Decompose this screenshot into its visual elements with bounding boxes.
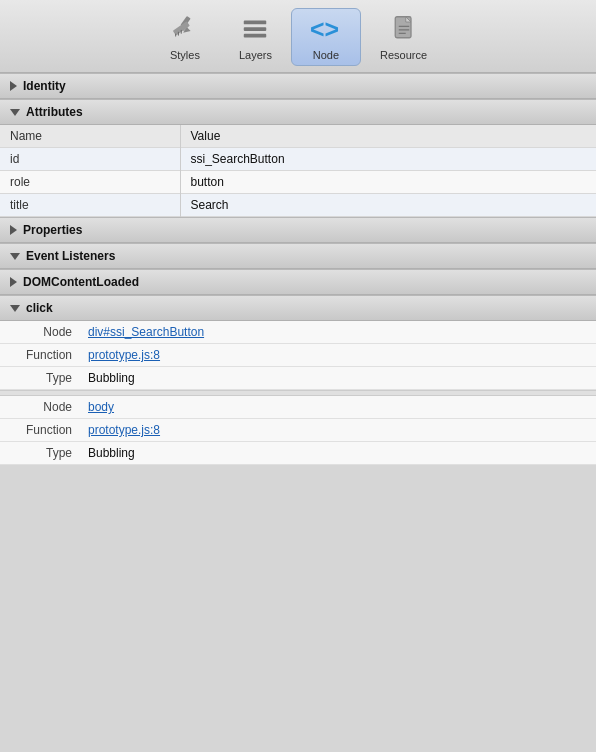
- svg-text:<>: <>: [310, 15, 339, 43]
- event-row-function-2: Function prototype.js:8: [0, 419, 596, 442]
- identity-label: Identity: [23, 79, 66, 93]
- node-icon: <>: [310, 13, 342, 45]
- attributes-table: Name Value id ssi_SearchButton role butt…: [0, 125, 596, 217]
- tab-styles-label: Styles: [170, 49, 200, 61]
- event-listeners-triangle: [10, 253, 20, 260]
- toolbar: Styles Layers <> Node: [0, 0, 596, 73]
- svg-rect-7: [244, 21, 267, 25]
- attributes-triangle: [10, 109, 20, 116]
- event-listeners-label: Event Listeners: [26, 249, 115, 263]
- node-2-link[interactable]: body: [88, 400, 114, 414]
- identity-triangle: [10, 81, 17, 91]
- event-row-node-1: Node div#ssi_SearchButton: [0, 321, 596, 344]
- attr-name-title: title: [0, 194, 180, 217]
- panel: Identity Attributes Name Value id ssi_Se…: [0, 73, 596, 465]
- event-label-function-2: Function: [0, 419, 80, 441]
- section-attributes[interactable]: Attributes: [0, 99, 596, 125]
- function-1-link[interactable]: prototype.js:8: [88, 348, 160, 362]
- col-value-header: Value: [180, 125, 596, 148]
- event-label-function-1: Function: [0, 344, 80, 366]
- attr-value-role: button: [180, 171, 596, 194]
- tab-layers[interactable]: Layers: [220, 8, 291, 66]
- attr-value-title: Search: [180, 194, 596, 217]
- attributes-label: Attributes: [26, 105, 83, 119]
- event-row-type-2: Type Bubbling: [0, 442, 596, 465]
- table-row: role button: [0, 171, 596, 194]
- resource-icon: [388, 13, 420, 45]
- svg-rect-8: [244, 27, 267, 31]
- styles-icon: [169, 13, 201, 45]
- tab-node[interactable]: <> Node: [291, 8, 361, 66]
- event-value-node-1: div#ssi_SearchButton: [80, 321, 596, 343]
- click-triangle: [10, 305, 20, 312]
- domcontentloaded-triangle: [10, 277, 17, 287]
- tab-layers-label: Layers: [239, 49, 272, 61]
- event-value-function-2: prototype.js:8: [80, 419, 596, 441]
- svg-rect-9: [244, 34, 267, 38]
- event-label-type-1: Type: [0, 367, 80, 389]
- properties-label: Properties: [23, 223, 82, 237]
- layers-icon: [239, 13, 271, 45]
- col-name-header: Name: [0, 125, 180, 148]
- event-label-node-1: Node: [0, 321, 80, 343]
- attr-value-id: ssi_SearchButton: [180, 148, 596, 171]
- table-row: id ssi_SearchButton: [0, 148, 596, 171]
- event-row-function-1: Function prototype.js:8: [0, 344, 596, 367]
- function-2-link[interactable]: prototype.js:8: [88, 423, 160, 437]
- section-event-listeners[interactable]: Event Listeners: [0, 243, 596, 269]
- event-value-node-2: body: [80, 396, 596, 418]
- event-label-node-2: Node: [0, 396, 80, 418]
- event-value-type-1: Bubbling: [80, 367, 596, 389]
- attr-header-row: Name Value: [0, 125, 596, 148]
- tab-resource-label: Resource: [380, 49, 427, 61]
- click-group-2: Node body Function prototype.js:8 Type B…: [0, 396, 596, 465]
- section-click[interactable]: click: [0, 295, 596, 321]
- attr-name-role: role: [0, 171, 180, 194]
- event-row-type-1: Type Bubbling: [0, 367, 596, 390]
- tab-node-label: Node: [313, 49, 339, 61]
- properties-triangle: [10, 225, 17, 235]
- event-label-type-2: Type: [0, 442, 80, 464]
- section-identity[interactable]: Identity: [0, 73, 596, 99]
- node-1-link[interactable]: div#ssi_SearchButton: [88, 325, 204, 339]
- table-row: title Search: [0, 194, 596, 217]
- section-domcontentloaded[interactable]: DOMContentLoaded: [0, 269, 596, 295]
- attr-name-id: id: [0, 148, 180, 171]
- tab-resource[interactable]: Resource: [361, 8, 446, 66]
- click-label: click: [26, 301, 53, 315]
- event-value-function-1: prototype.js:8: [80, 344, 596, 366]
- tab-styles[interactable]: Styles: [150, 8, 220, 66]
- event-value-type-2: Bubbling: [80, 442, 596, 464]
- click-group-1: Node div#ssi_SearchButton Function proto…: [0, 321, 596, 390]
- event-row-node-2: Node body: [0, 396, 596, 419]
- domcontentloaded-label: DOMContentLoaded: [23, 275, 139, 289]
- section-properties[interactable]: Properties: [0, 217, 596, 243]
